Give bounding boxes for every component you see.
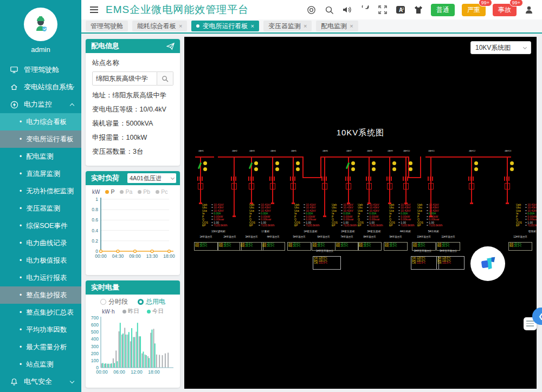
feeder-label: 4AH8 [365,149,375,152]
sidebar-subitem-9[interactable]: •综保SOE事件 [0,217,81,234]
meter-label: 10#变温控器 [412,235,436,239]
yellow-indicator [203,161,207,165]
badge-label: 严重 [467,6,480,14]
sidebar-subitem-8[interactable]: •变压器监测 [0,200,81,217]
yellow-indicator [203,167,207,171]
search-icon[interactable] [324,4,334,15]
search-button[interactable] [157,71,173,86]
svg-text:18:00: 18:00 [163,253,175,259]
alarm-badge-2[interactable]: 事故99+ [493,4,517,16]
current-transformer [231,177,236,181]
target-icon[interactable] [306,4,317,15]
sidebar-subitem-label: 整点集抄报表 [26,291,67,300]
legend-label: 今日 [152,308,164,315]
meter-label: 12#变温控器 [508,235,532,239]
sidebar-subitem-16[interactable]: •最大需量分析 [0,338,81,356]
breaker-symbol [270,183,275,190]
font-size-icon[interactable]: A2 [395,4,406,15]
svg-text:400: 400 [91,336,99,342]
theme-icon[interactable] [413,4,424,15]
radio-1[interactable]: 总用电 [138,297,165,306]
sidebar-subitem-label: 整点集抄汇总表 [26,308,74,317]
sidebar-subitem-12[interactable]: •电力运行报表 [0,269,81,286]
refresh-icon[interactable] [359,4,370,15]
meter-rows: A相 25.6℃B相 26.3℃ [384,243,407,247]
tab-0[interactable]: 管理驾驶舱 [86,21,128,31]
sidebar-subitem-15[interactable]: •平均功率因数 [0,321,81,338]
current-transformer [197,177,203,181]
sidebar-item-0[interactable]: 管理驾驶舱 [0,61,81,79]
sidebar-item-2[interactable]: 电力监控 [0,96,81,113]
sidebar-subitem-13[interactable]: •整点集抄报表 [0,286,81,304]
sidebar-subitem-5[interactable]: •配电监测 [0,148,81,165]
sidebar-item-18[interactable]: 电气安全 [0,373,81,390]
realtime-energy-panel: 实时电量 分时段总用电 kW·h昨日今日 0100200300400500600… [86,280,180,388]
diagram-select[interactable]: 10KV系统图 [470,41,531,54]
feeder-select[interactable]: 4A01低压进 [127,173,177,184]
legend-item-P[interactable]: P [105,188,114,195]
bullet-icon: • [20,222,22,230]
sidebar-subitem-6[interactable]: •直流屏监测 [0,165,81,182]
sidebar-subitem-label: 站点监测 [26,360,53,369]
close-icon[interactable]: × [250,23,254,29]
yellow-indicator [392,161,396,165]
send-icon[interactable] [166,42,175,50]
energy-bar-chart: 010020030040050060070000:0006:0012:0018:… [86,315,177,381]
yellow-indicator [296,161,300,165]
site-search-input[interactable] [92,71,157,86]
alarm-badge-0[interactable]: 普通 [431,4,455,16]
sidebar-subitem-17[interactable]: •站点监测 [0,356,81,373]
app-root: admin 管理驾驶舱变电站综自系统电力监控•电力综合看板•变电所运行看板•配电… [0,0,542,392]
sidebar-subitem-3[interactable]: •电力综合看板 [0,113,81,130]
legend-item-今日[interactable]: 今日 [147,308,164,315]
cabinet-label: 3#变压器柜 [359,230,389,233]
sidebar-subitem-11[interactable]: •电力极值报表 [0,252,81,269]
svg-text:200: 200 [91,351,99,356]
chevron-down-icon [171,175,175,179]
site-fields: 地址：绵阳东辰高级中学变电电压等级：10/0.4kV装机容量：5000kVA申报… [92,91,173,156]
sidebar-subitem-10[interactable]: •电力曲线记录 [0,234,81,252]
legend-item-Pb[interactable]: Pb [138,188,150,195]
active-dot [196,24,199,28]
meter-values: A相 25.6℃B相 26.3℃ [218,242,242,251]
alarm-badge-1[interactable]: 严重99+ [462,4,486,16]
temp-rows: A相 128.5℃B相 130.2℃C相 131.6℃ [313,257,340,265]
sidebar-item-label: 变电站综自系统 [24,82,73,92]
search-icon [162,75,169,82]
sidebar-subitem-4[interactable]: •变电所运行看板 [0,130,81,148]
close-icon[interactable]: × [350,23,353,29]
legend-item-昨日[interactable]: 昨日 [122,308,139,315]
hamburger-icon[interactable] [90,6,98,13]
svg-text:1: 1 [95,197,98,202]
yellow-indicator [409,161,412,165]
current-transformer [386,177,392,181]
badge-count: 99+ [479,0,492,6]
radio-0[interactable]: 分时段 [100,297,128,306]
legend-item-Pa[interactable]: Pa [120,188,132,195]
bullet-icon: • [20,361,22,368]
legend-dot [138,190,141,194]
close-icon[interactable]: × [304,23,307,29]
load-legend: kWPPaPbPc [86,185,180,195]
avatar[interactable] [24,8,57,41]
close-icon[interactable]: × [179,23,182,29]
site-field-3: 申报需量：100kW [92,133,173,142]
tab-4[interactable]: 配电监测× [316,21,358,31]
svg-text:04:30: 04:30 [112,253,124,259]
speaker-icon[interactable] [341,4,352,15]
user-icon[interactable] [524,4,534,15]
meter-box-4: 5#变温控器A相 25.6℃B相 26.3℃ [287,235,311,251]
tab-3[interactable]: 变压器监测× [263,21,312,31]
legend-item-Pc[interactable]: Pc [156,188,167,195]
tab-2[interactable]: 变电所运行看板× [191,21,259,31]
sidebar-subitem-7[interactable]: •无功补偿柜监测 [0,182,81,200]
home-icon [10,83,18,92]
data-block-rows: Uab= 10.41kVUbc= 10.43kVUca= 10.42kVIa= … [202,203,236,227]
sidebar-subitem-14[interactable]: •整点集抄汇总表 [0,304,81,321]
feeder-label: 4AH1 [196,149,206,152]
fullscreen-icon[interactable] [377,4,388,15]
sidebar-item-1[interactable]: 变电站综自系统 [0,79,81,96]
tab-1[interactable]: 能耗综合看板× [132,21,187,31]
feeder-4AH13: 4AH13 [501,149,514,220]
badge-count: 99+ [509,0,523,6]
